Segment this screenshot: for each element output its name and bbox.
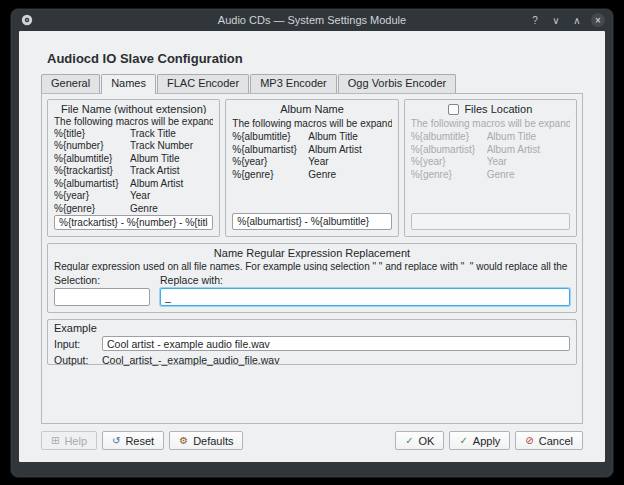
macro-name: %{genre} [232,169,308,182]
help-icon: ⊞ [51,436,59,446]
file-name-intro: The following macros will be expanded: [54,115,213,126]
tab-names[interactable]: Names [101,74,156,94]
files-location-checkbox[interactable] [448,104,459,115]
replace-with-label: Replace with: [160,274,570,286]
content-panel: Audiocd IO Slave Configuration General N… [19,31,605,462]
defaults-icon: ⚙ [179,436,188,446]
macro-name: %{genre} [54,203,130,216]
screen-background: Audio CDs — System Settings Module ? ∨ ∧… [0,0,624,485]
ok-button-label: OK [419,435,435,447]
defaults-button[interactable]: ⚙ Defaults [169,431,243,450]
macro-desc: Year [308,156,391,169]
dialog-button-bar: ⊞ Help ↺ Reset ⚙ Defaults ✓ OK ✓ [41,431,583,450]
album-name-intro: The following macros will be expanded: [232,117,391,130]
macro-desc: Genre [308,169,391,182]
example-input-field[interactable] [102,336,570,351]
macro-row: %{albumtitle} Album Title [411,131,570,144]
macro-row: %{albumartist} Album Artist [232,144,391,157]
audio-cd-icon [21,14,33,26]
macro-desc: Track Artist [130,165,213,178]
macro-name: %{title} [54,128,130,141]
help-window-button[interactable]: ? [528,13,542,27]
regex-description: Regular expression used on all file name… [54,260,570,272]
example-group-title: Example [54,322,570,335]
cancel-icon: ⊘ [525,436,533,446]
ok-check-icon: ✓ [405,436,413,446]
reset-icon: ↺ [112,436,120,446]
file-name-pattern-input[interactable] [54,215,213,230]
example-group: Example Input: Output: Cool_artist_-_exa… [47,319,577,365]
regex-group-title: Name Regular Expression Replacement [54,247,570,259]
macro-row: %{year} Year [232,156,391,169]
defaults-button-label: Defaults [193,435,233,447]
apply-button[interactable]: ✓ Apply [449,431,510,450]
macro-desc: Album Title [487,131,570,144]
file-name-group: File Name (without extension) The follow… [47,99,220,237]
macro-name: %{year} [232,156,308,169]
macro-row: %{title} Track Title [54,128,213,141]
macro-name: %{albumartist} [54,178,130,191]
macro-name: %{albumartist} [232,144,308,157]
macro-row: %{albumartist} Album Artist [411,144,570,157]
files-location-pattern-input [411,213,570,230]
example-input-label: Input: [54,338,94,350]
macro-desc: Genre [487,169,570,182]
macro-name: %{year} [54,190,130,203]
window-title: Audio CDs — System Settings Module [11,14,613,26]
album-name-pattern-input[interactable] [232,213,391,230]
files-location-label: Files Location [464,103,532,115]
names-tab-page: File Name (without extension) The follow… [41,93,583,424]
macro-desc: Track Number [130,140,213,153]
album-name-group-title: Album Name [232,103,391,116]
macro-desc: Album Artist [487,144,570,157]
settings-window: Audio CDs — System Settings Module ? ∨ ∧… [10,8,614,478]
files-location-intro: The following macros will be expanded: [411,117,570,130]
macro-name: %{number} [54,140,130,153]
macro-desc: Album Title [308,131,391,144]
macro-name: %{year} [411,156,487,169]
page-title: Audiocd IO Slave Configuration [47,51,605,67]
selection-label: Selection: [54,274,150,286]
close-button[interactable]: × [591,13,605,27]
macro-row: %{albumartist} Album Artist [54,178,213,191]
file-name-group-title: File Name (without extension) [54,103,213,114]
macro-desc: Album Title [130,153,213,166]
macro-row: %{year} Year [54,190,213,203]
macro-desc: Year [487,156,570,169]
tab-ogg-vorbis-encoder[interactable]: Ogg Vorbis Encoder [338,74,456,93]
macro-row: %{trackartist} Track Artist [54,165,213,178]
ok-button[interactable]: ✓ OK [395,431,444,450]
tab-bar: General Names FLAC Encoder MP3 Encoder O… [41,73,583,93]
reset-button-label: Reset [125,435,154,447]
album-name-group: Album Name The following macros will be … [225,99,398,237]
macro-row: %{albumtitle} Album Title [54,153,213,166]
files-location-group: Files Location The following macros will… [404,99,577,237]
replace-with-input[interactable] [160,288,570,306]
titlebar[interactable]: Audio CDs — System Settings Module ? ∨ ∧… [11,9,613,31]
tab-mp3-encoder[interactable]: MP3 Encoder [250,74,337,93]
selection-input[interactable] [54,288,150,306]
cancel-button[interactable]: ⊘ Cancel [515,431,583,450]
example-output-value: Cool_artist_-_example_audio_file.wav [102,354,570,366]
macro-desc: Album Artist [308,144,391,157]
macro-desc: Year [130,190,213,203]
macro-row: %{albumtitle} Album Title [232,131,391,144]
maximize-button[interactable]: ∧ [570,13,584,27]
apply-button-label: Apply [473,435,501,447]
apply-check-icon: ✓ [459,436,467,446]
regex-replacement-group: Name Regular Expression Replacement Regu… [47,243,577,313]
macro-name: %{albumartist} [411,144,487,157]
macro-name: %{albumtitle} [411,131,487,144]
minimize-button[interactable]: ∨ [549,13,563,27]
macro-desc: Track Title [130,128,213,141]
reset-button[interactable]: ↺ Reset [102,431,164,450]
macro-row: %{number} Track Number [54,140,213,153]
cancel-button-label: Cancel [539,435,573,447]
tab-general[interactable]: General [41,74,100,93]
example-output-label: Output: [54,354,94,366]
tab-flac-encoder[interactable]: FLAC Encoder [157,74,249,93]
macro-row: %{year} Year [411,156,570,169]
macro-name: %{trackartist} [54,165,130,178]
macro-row: %{genre} Genre [411,169,570,182]
help-button: ⊞ Help [41,431,97,450]
